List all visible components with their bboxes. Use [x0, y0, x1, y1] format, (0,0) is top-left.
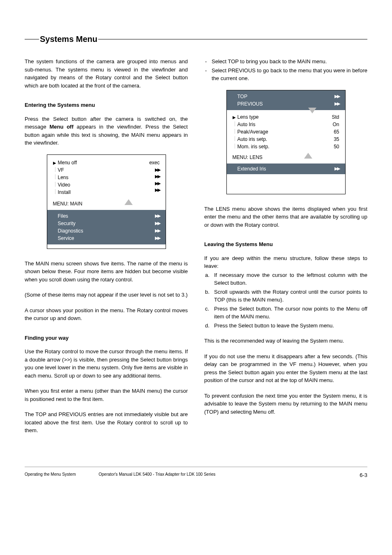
paragraph: Press the Select button after the camera…	[25, 115, 188, 147]
double-arrow-icon: ▶▶	[155, 220, 160, 227]
cursor-placeholder	[233, 143, 238, 150]
list-text: If necessary move the cursor to the left…	[214, 271, 367, 287]
paragraph: This is the recommended way of leaving t…	[204, 337, 367, 345]
menu-value: On	[327, 121, 339, 128]
menu-item: Video	[58, 181, 70, 189]
right-column: - Select TOP to bring you back to the MA…	[204, 58, 367, 442]
lens-menu-diagram: TOP▶▶ PREVIOUS▶▶ Lens typeStd Auto IrisO…	[226, 90, 346, 194]
cursor-placeholder	[53, 166, 58, 174]
menu-item: Lens type	[238, 113, 259, 121]
menu-hidden-item: Files	[58, 212, 68, 220]
cursor-placeholder	[53, 189, 58, 196]
list-item: - Select TOP to bring you back to the MA…	[204, 58, 367, 66]
arrow-up-icon	[125, 199, 133, 205]
paragraph: When you first enter a menu (other than …	[25, 387, 188, 403]
paragraph: If you do not use the menu it disappears…	[204, 352, 367, 385]
dash-marker: -	[204, 67, 212, 83]
page-footer: Operating the Menu System Operator's Man…	[25, 467, 367, 479]
menu-title: MENU: MAIN	[53, 200, 83, 207]
list-text: Select TOP to bring you back to the MAIN…	[212, 58, 367, 66]
double-arrow-icon: ▶▶	[155, 227, 160, 235]
list-text: Scroll upwards with the Rotary control u…	[214, 288, 367, 304]
double-arrow-icon: ▶▶	[143, 166, 160, 173]
footer-page-number: 6-3	[360, 471, 367, 479]
menu-item: Peak/Average	[238, 128, 268, 136]
menu-empty-area	[227, 174, 345, 194]
menu-title: MENU: LENS	[233, 154, 263, 161]
menu-top-previous: TOP▶▶ PREVIOUS▶▶	[227, 90, 345, 110]
paragraph: The TOP and PREVIOUS entries are not imm…	[25, 410, 188, 435]
list-marker: d.	[204, 322, 214, 330]
paragraph: A cursor shows your position in the menu…	[25, 306, 188, 322]
menu-hidden-area: Files▶▶ Security▶▶ Diagnostics▶▶ Service…	[47, 210, 166, 244]
cursor-placeholder	[233, 128, 238, 136]
menu-visible-area: Lens typeStd Auto IrisOn Peak/Average65 …	[227, 110, 345, 152]
menu-item: Mom. iris setp.	[238, 143, 270, 150]
cursor-placeholder	[233, 121, 238, 128]
menu-previous: PREVIOUS	[238, 100, 263, 108]
paragraph: The LENS menu above shows the items disp…	[204, 205, 367, 229]
section-header: Systems Menu	[25, 33, 367, 45]
arrow-up-icon	[304, 153, 312, 159]
menu-item: Auto iris setp.	[238, 136, 267, 143]
left-column: The system functions of the camera are g…	[25, 58, 188, 442]
cursor-placeholder	[53, 174, 58, 181]
menu-item: Lens	[58, 174, 69, 181]
menu-hidden-item: Security	[58, 220, 76, 227]
arrow-down-icon	[308, 108, 316, 113]
menu-indicator: exec	[143, 159, 160, 166]
paragraph: (Some of these items may not appear if t…	[25, 291, 188, 299]
two-column-layout: The system functions of the camera are g…	[25, 58, 367, 442]
menu-extended-area: Extended Iris ▶▶	[227, 164, 345, 174]
list-text: Select PREVIOUS to go back to the menu t…	[212, 67, 367, 83]
main-menu-diagram: Menu off VF Lens Video Install exec ▶▶ ▶…	[47, 154, 166, 249]
menu-item: Auto Iris	[238, 121, 256, 128]
menu-value: 50	[327, 143, 339, 150]
list-item: a. If necessary move the cursor to the l…	[204, 271, 367, 287]
cursor-placeholder	[53, 181, 58, 189]
intro-paragraph: The system functions of the camera are g…	[25, 58, 188, 90]
section-title: Systems Menu	[39, 33, 98, 45]
heading-leaving: Leaving the Systems Menu	[204, 240, 367, 249]
menu-hidden-item: Service	[58, 235, 74, 242]
menu-item: Install	[58, 189, 71, 196]
double-arrow-icon: ▶▶	[334, 93, 339, 100]
double-arrow-icon: ▶▶	[143, 173, 160, 180]
double-arrow-icon: ▶▶	[334, 100, 339, 108]
menu-value: 35	[327, 136, 339, 143]
list-item: - Select PREVIOUS to go back to the menu…	[204, 67, 367, 83]
menu-title-row: MENU: LENS	[227, 152, 345, 164]
list-item: d. Press the Select button to leave the …	[204, 322, 367, 330]
menu-extended-item: Extended Iris	[238, 165, 266, 173]
double-arrow-icon: ▶▶	[143, 180, 160, 187]
menu-value: 65	[327, 128, 339, 136]
list-text: Press the Select button to leave the Sys…	[214, 322, 367, 330]
double-arrow-icon: ▶▶	[155, 212, 160, 220]
footer-section: Operating the Menu System	[25, 471, 99, 479]
paragraph: Use the Rotary control to move the curso…	[25, 348, 188, 380]
heading-entering: Entering the Systems menu	[25, 101, 188, 109]
menu-hidden-item: Diagnostics	[58, 227, 83, 235]
menu-visible-area: Menu off VF Lens Video Install exec ▶▶ ▶…	[47, 155, 166, 198]
list-item: b. Scroll upwards with the Rotary contro…	[204, 288, 367, 304]
menu-top: TOP	[238, 93, 247, 100]
double-arrow-icon: ▶▶	[155, 235, 160, 242]
divider-line	[98, 39, 367, 39]
dash-list: - Select TOP to bring you back to the MA…	[204, 58, 367, 83]
cursor-icon	[53, 159, 58, 166]
divider-line	[25, 39, 39, 39]
list-marker: c.	[204, 305, 214, 321]
ordered-list: a. If necessary move the cursor to the l…	[204, 271, 367, 330]
cursor-placeholder	[233, 136, 238, 143]
menu-value: Std	[327, 113, 339, 121]
list-marker: b.	[204, 288, 214, 304]
double-arrow-icon: ▶▶	[334, 165, 339, 173]
paragraph: If you are deep within the menu structur…	[204, 254, 367, 270]
list-item: c. Press the Select button. The cursor n…	[204, 305, 367, 321]
list-marker: a.	[204, 271, 214, 287]
footer-document-title: Operator's Manual LDK 5400 - Triax Adapt…	[99, 471, 360, 479]
menu-title-row: MENU: MAIN	[47, 198, 166, 210]
bold-text: Menu off	[50, 124, 74, 130]
list-text: Press the Select button. The cursor now …	[214, 305, 367, 321]
menu-item: Menu off	[58, 159, 77, 166]
